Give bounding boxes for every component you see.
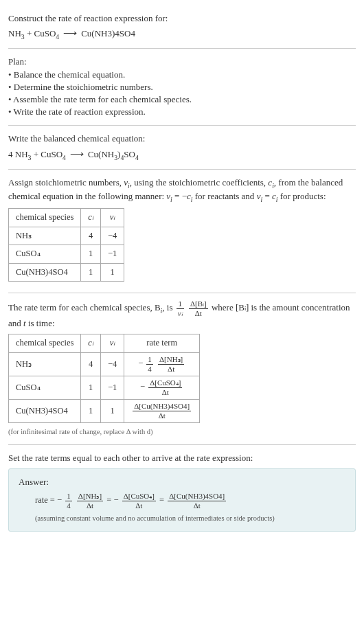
table-header-row: chemical species cᵢ νᵢ rate term xyxy=(9,334,200,353)
unbalanced-equation: NH3 + CuSO4⟶Cu(NH3)4SO4 xyxy=(8,27,356,41)
col-c: cᵢ xyxy=(81,334,101,353)
table-row: CuSO₄ 1 −1 xyxy=(9,245,124,264)
rate-term-cell: − Δ[CuSO₄]Δt xyxy=(124,376,200,399)
rate-expression: rate = − 14 Δ[NH₃]Δt = − Δ[CuSO₄]Δt = Δ[… xyxy=(35,492,345,510)
balanced-section: Write the balanced chemical equation: 4 … xyxy=(8,126,356,169)
col-nu: νᵢ xyxy=(100,209,124,227)
col-species: chemical species xyxy=(9,209,81,227)
species-nh3: NH3 xyxy=(8,28,25,38)
plan-item-2: • Determine the stoichiometric numbers. xyxy=(8,81,356,93)
plan-item-4: • Write the rate of reaction expression. xyxy=(8,106,356,118)
rate-table: chemical species cᵢ νᵢ rate term NH₃ 4 −… xyxy=(8,334,200,423)
rate-terms-section: The rate term for each chemical species,… xyxy=(8,293,356,444)
rate-note: (for infinitesimal rate of change, repla… xyxy=(8,427,356,438)
species-cuso4: CuSO4 xyxy=(34,28,60,38)
answer-label: Answer: xyxy=(19,476,345,488)
plan-title: Plan: xyxy=(8,56,356,68)
table-row: Cu(NH3)4SO4 1 1 xyxy=(9,263,124,282)
col-rate-term: rate term xyxy=(124,334,200,353)
final-section: Set the rate terms equal to each other t… xyxy=(8,445,356,538)
reaction-arrow: ⟶ xyxy=(63,28,77,38)
reaction-arrow: ⟶ xyxy=(70,149,84,159)
species-product: Cu(NH3)4SO4 xyxy=(81,28,135,38)
rate-intro: The rate term for each chemical species,… xyxy=(8,300,356,330)
col-species: chemical species xyxy=(9,334,81,353)
col-c: cᵢ xyxy=(81,209,101,227)
stoich-section: Assign stoichiometric numbers, νi, using… xyxy=(8,170,356,293)
balanced-equation: 4 NH3 + CuSO4⟶Cu(NH3)4SO4 xyxy=(8,148,356,162)
construct-prompt: Construct the rate of reaction expressio… xyxy=(8,12,356,25)
species-nh3: NH3 xyxy=(15,149,32,159)
table-header-row: chemical species cᵢ νᵢ xyxy=(9,209,124,227)
table-row: NH₃ 4 −4 xyxy=(9,227,124,245)
final-intro: Set the rate terms equal to each other t… xyxy=(8,452,356,464)
plan-item-3: • Assemble the rate term for each chemic… xyxy=(8,93,356,106)
table-row: CuSO₄ 1 −1 − Δ[CuSO₄]Δt xyxy=(9,376,200,399)
plan-item-1: • Balance the chemical equation. xyxy=(8,69,356,81)
plan-section: Plan: • Balance the chemical equation. •… xyxy=(8,49,356,126)
col-nu: νᵢ xyxy=(100,334,124,353)
frac-1-nui: 1νᵢ xyxy=(177,300,184,317)
construct-section: Construct the rate of reaction expressio… xyxy=(8,5,356,49)
frac-dBi-dt: Δ[Bᵢ]Δt xyxy=(189,300,208,317)
balanced-intro: Write the balanced chemical equation: xyxy=(8,133,356,145)
rate-term-cell: − 14 Δ[NH₃]Δt xyxy=(124,352,200,376)
rate-term-cell: Δ[Cu(NH3)4SO4]Δt xyxy=(124,399,200,422)
table-row: NH₃ 4 −4 − 14 Δ[NH₃]Δt xyxy=(9,352,200,376)
table-row: Cu(NH3)4SO4 1 1 Δ[Cu(NH3)4SO4]Δt xyxy=(9,399,200,422)
species-cuso4: CuSO4 xyxy=(41,149,66,159)
species-product: Cu(NH3)4SO4 xyxy=(88,149,139,159)
stoich-table: chemical species cᵢ νᵢ NH₃ 4 −4 CuSO₄ 1 … xyxy=(8,208,124,282)
answer-box: Answer: rate = − 14 Δ[NH₃]Δt = − Δ[CuSO₄… xyxy=(8,468,356,532)
stoich-intro: Assign stoichiometric numbers, νi, using… xyxy=(8,177,356,204)
answer-note: (assuming constant volume and no accumul… xyxy=(35,514,345,524)
